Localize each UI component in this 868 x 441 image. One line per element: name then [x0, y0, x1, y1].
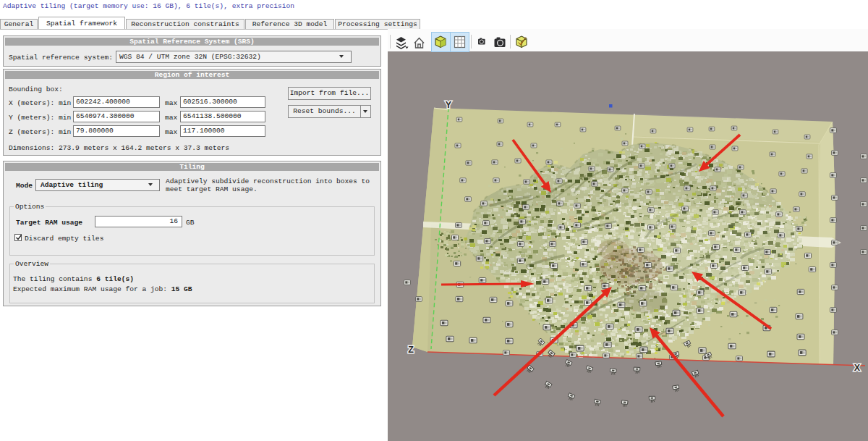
svg-text:X: X: [854, 363, 861, 373]
svg-text:Y: Y: [446, 100, 452, 110]
svg-text:Z: Z: [408, 345, 414, 355]
